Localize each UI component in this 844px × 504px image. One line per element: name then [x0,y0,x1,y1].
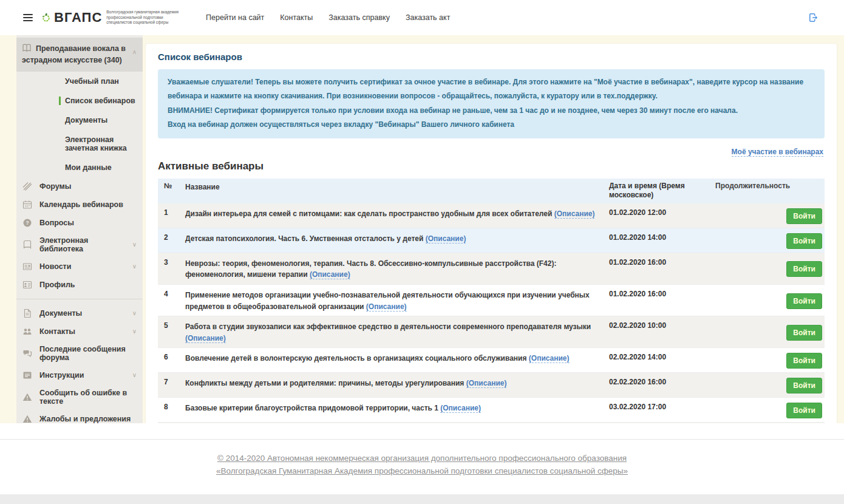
sidebar-item-complaints[interactable]: Жалобы и предложения [16,410,143,424]
sidebar-item-gradebook[interactable]: Электронная зачетная книжка [16,130,143,158]
table-row: 6 Вовлечение детей в волонтерскую деятел… [158,348,825,373]
users-icon [22,327,32,336]
question-icon: ? [22,218,32,228]
sidebar-item-webinar-calendar[interactable]: Календарь вебинаров [16,196,143,214]
description-link[interactable]: (Описание) [466,379,507,388]
table-row: 3 Неврозы: теория, феноменология, терапи… [158,253,825,285]
enter-webinar-button[interactable]: Войти [786,233,822,249]
hamburger-menu-icon[interactable] [23,12,33,23]
table-row: 2 Детская патопсихология. Часть 6. Умств… [158,228,825,253]
brand-tagline: Волгоградская гуманитарная академия проф… [106,10,179,26]
footer-link-line1[interactable]: © 2014-2020 Автономная некоммерческая ор… [0,452,844,465]
sidebar-item-webinar-list[interactable]: Список вебинаров [16,91,143,111]
enter-webinar-button[interactable]: Войти [786,403,822,418]
content-card: Список вебинаров Уважаемые слушатели! Те… [146,44,837,485]
sidebar-item-contacts[interactable]: Контакты ∨ [16,322,143,341]
footer-divider [0,439,844,440]
webinar-duration [715,321,787,344]
description-link[interactable]: (Описание) [440,404,481,413]
id-card-icon [22,280,32,290]
webinar-title: Базовые критерии благоустройства придомо… [185,404,438,412]
notice-line: Вход на вебинар должен осуществляться че… [168,118,815,132]
course-title: Преподавание вокала в эстрадном искусств… [22,44,126,64]
sidebar-item-questions[interactable]: ? Вопросы [16,214,143,232]
webinar-name-cell: Детская патопсихология. Часть 6. Умствен… [185,233,609,249]
sidebar-item-my-data[interactable]: Мои данные [16,158,143,177]
row-number: 8 [158,403,185,418]
header-name: Название [185,182,609,193]
nav-link-contacts[interactable]: Контакты [280,13,313,22]
enter-webinar-button[interactable]: Войти [786,353,822,369]
forum-icon [22,182,32,191]
sidebar-item-study-plan[interactable]: Учебный план [16,72,143,91]
nav-link-order-certificate[interactable]: Заказать справку [328,13,390,22]
row-number: 5 [158,321,185,344]
file-icon [22,308,32,318]
enter-webinar-button[interactable]: Войти [786,325,822,341]
sidebar-divider [16,299,143,299]
description-link[interactable]: (Описание) [426,234,466,243]
page-title: Список вебинаров [158,52,825,62]
sidebar-item-news[interactable]: Новости ∨ [16,257,143,276]
sidebar-course-header[interactable]: Преподавание вокала в эстрадном искусств… [16,38,143,72]
chevron-down-icon: ∨ [132,310,137,316]
calendar-icon [22,200,32,209]
webinar-name-cell: Применение методов организации учебно-по… [185,290,609,312]
enter-webinar-button[interactable]: Войти [786,208,822,224]
header-num: № [158,182,185,190]
webinar-title: Детская патопсихология. Часть 6. Умствен… [185,234,423,243]
sidebar-item-profile[interactable]: Профиль [16,276,143,294]
row-number: 6 [158,353,185,369]
enter-webinar-button[interactable]: Войти [786,293,822,309]
my-participation-link[interactable]: Моё участие в вебинарах [732,148,823,157]
chevron-down-icon: ∨ [132,263,137,270]
webinar-datetime: 01.02.2020 16:00 [609,290,715,312]
description-link[interactable]: (Описание) [529,354,570,363]
description-link[interactable]: (Описание) [185,334,226,343]
notice-line: ВНИМАНИЕ! Сертификат формируется только … [168,104,815,118]
description-link[interactable]: (Описание) [310,270,350,279]
sidebar-item-documents[interactable]: Документы ∨ [16,304,143,322]
sidebar-item-forums[interactable]: Форумы [16,177,143,196]
webinar-duration [715,233,787,249]
webinar-name-cell: Работа в студии звукозаписи как эффектив… [185,321,609,344]
enter-webinar-button[interactable]: Войти [786,261,822,277]
table-header: № Название Дата и время (Время московско… [158,179,825,203]
sidebar-item-elibrary[interactable]: Электронная библиотека ∨ [16,232,143,257]
sidebar-item-instructions[interactable]: Инструкции ∨ [16,366,143,384]
nav-link-order-act[interactable]: Заказать акт [406,13,450,22]
bottom-strip [0,494,844,504]
webinar-name-cell: Неврозы: теория, феноменология, терапия.… [185,258,609,281]
row-number: 1 [158,208,185,224]
sidebar: Преподавание вокала в эстрадном искусств… [16,35,143,423]
description-link[interactable]: (Описание) [554,209,595,219]
webinar-datetime: 02.02.2020 14:00 [609,353,715,369]
enter-webinar-button[interactable]: Войти [786,378,822,393]
webinar-duration [715,290,787,312]
sidebar-item-latest-forum-posts[interactable]: Последние сообщения форума [16,341,143,366]
webinar-datetime: 01.02.2020 16:00 [609,258,715,281]
table-row: 7 Конфликты между детьми и родителями: п… [158,373,825,398]
sidebar-item-report-text-error[interactable]: Сообщить об ошибке в тексте [16,384,143,410]
library-book-icon [22,240,32,250]
webinar-datetime: 03.02.2020 17:00 [609,403,715,418]
webinar-name-cell: Дизайн интерьера для семей с питомцами: … [185,208,609,224]
webinar-title: Вовлечение детей в волонтерскую деятельн… [185,354,526,363]
header-datetime: Дата и время (Время московское) [609,182,715,200]
newspaper-icon [22,262,32,271]
table-row: 8 Базовые критерии благоустройства придо… [158,398,825,423]
list-box-icon [22,370,32,380]
description-link[interactable]: (Описание) [366,302,407,312]
webinar-duration [715,208,787,224]
footer-link-line2[interactable]: «Волгоградская Гуманитарная Академия про… [0,465,844,478]
webinar-title: Дизайн интерьера для семей с питомцами: … [185,209,552,218]
comments-icon [22,349,32,358]
brand-logo: ВГАПС Волгоградская гуманитарная академи… [41,10,179,26]
sidebar-item-documents-course[interactable]: Документы [16,111,143,130]
logout-icon[interactable] [809,13,818,22]
warning-icon [22,414,32,424]
main-area: Преподавание вокала в эстрадном искусств… [0,35,844,423]
row-number: 3 [158,258,185,281]
row-number: 7 [158,378,185,393]
nav-link-goto-site[interactable]: Перейти на сайт [206,13,264,22]
